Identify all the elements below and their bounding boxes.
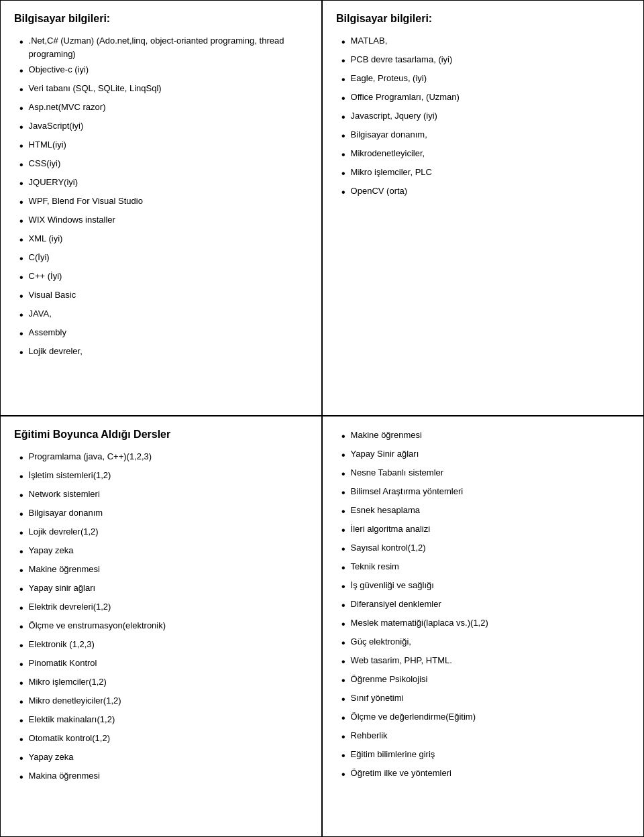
list-item: Meslek matematiği(laplaca vs.)(1,2) bbox=[341, 616, 630, 632]
list-item: Mikrodenetleyiciler, bbox=[341, 147, 630, 163]
list-item: Veri tabanı (SQL, SQLite, LinqSql) bbox=[19, 82, 308, 98]
list-item: Bilimsel Araştırma yöntemleri bbox=[341, 485, 630, 501]
list-item: JavaScript(iyi) bbox=[19, 119, 308, 135]
panel3-list: Programlama (java, C++)(1,2,3)İşletim si… bbox=[14, 450, 308, 785]
list-item: Ölçme ve enstrumasyon(elektronik) bbox=[19, 619, 308, 635]
list-item: JAVA, bbox=[19, 307, 308, 323]
list-item: Eğitim bilimlerine giriş bbox=[341, 748, 630, 764]
list-item: Visual Basic bbox=[19, 288, 308, 304]
list-item: Nesne Tabanlı sistemler bbox=[341, 466, 630, 482]
panel3-title: Eğitimi Boyunca Aldığı Dersler bbox=[14, 429, 308, 441]
list-item: Programlama (java, C++)(1,2,3) bbox=[19, 450, 308, 466]
panel1-list: .Net,C# (Uzman) (Ado.net,linq, object-or… bbox=[14, 34, 308, 361]
list-item: Yapay zeka bbox=[19, 750, 308, 767]
list-item: XML (iyi) bbox=[19, 232, 308, 248]
list-item: HTML(iyi) bbox=[19, 138, 308, 154]
panel-computer-skills-2: Bilgisayar bilgileri: MATLAB,PCB devre t… bbox=[322, 0, 644, 416]
list-item: Öğretim ilke ve yöntemleri bbox=[341, 767, 630, 783]
list-item: Makine öğrenmesi bbox=[19, 563, 308, 579]
list-item: C++ (İyi) bbox=[19, 270, 308, 286]
list-item: Mikro işlemciler, PLC bbox=[341, 166, 630, 182]
list-item: MATLAB, bbox=[341, 34, 630, 50]
list-item: Elektik makinaları(1,2) bbox=[19, 713, 308, 729]
list-item: Yapay sinir ağları bbox=[19, 581, 308, 598]
list-item: Mikro denetleyiciler(1,2) bbox=[19, 694, 308, 710]
list-item: İleri algoritma analizi bbox=[341, 522, 630, 539]
list-item: Otomatik kontrol(1,2) bbox=[19, 732, 308, 748]
list-item: Teknik resim bbox=[341, 560, 630, 576]
panel2-title: Bilgisayar bilgileri: bbox=[336, 13, 630, 25]
list-item: Sayısal kontrol(1,2) bbox=[341, 541, 630, 557]
list-item: Lojik devreler(1,2) bbox=[19, 525, 308, 541]
list-item: OpenCV (orta) bbox=[341, 184, 630, 201]
list-item: C(İyi) bbox=[19, 251, 308, 267]
list-item: Bilgisayar donanım bbox=[19, 506, 308, 522]
list-item: Öğrenme Psikolojisi bbox=[341, 673, 630, 689]
panel1-title: Bilgisayar bilgileri: bbox=[14, 13, 308, 25]
list-item: İşletim sistemleri(1,2) bbox=[19, 469, 308, 485]
list-item: Yapay zeka bbox=[19, 544, 308, 560]
list-item: Lojik devreler, bbox=[19, 345, 308, 361]
list-item: JQUERY(iyi) bbox=[19, 176, 308, 192]
list-item: Assembly bbox=[19, 326, 308, 342]
list-item: WIX Windows installer bbox=[19, 213, 308, 229]
list-item: Bilgisayar donanım, bbox=[341, 128, 630, 144]
panel-computer-skills-1: Bilgisayar bilgileri: .Net,C# (Uzman) (A… bbox=[0, 0, 322, 416]
list-item: PCB devre tasarlama, (iyi) bbox=[341, 53, 630, 69]
list-item: Web tasarim, PHP, HTML. bbox=[341, 654, 630, 670]
list-item: CSS(iyi) bbox=[19, 157, 308, 173]
list-item: Yapay Sinir ağları bbox=[341, 447, 630, 463]
list-item: Güç elektroniği, bbox=[341, 635, 630, 651]
list-item: Sınıf yönetimi bbox=[341, 691, 630, 708]
list-item: WPF, Blend For Visual Studio bbox=[19, 194, 308, 211]
panel4-list: Makine öğrenmesiYapay Sinir ağlarıNesne … bbox=[336, 429, 630, 783]
list-item: Makina öğrenmesi bbox=[19, 769, 308, 785]
list-item: Makine öğrenmesi bbox=[341, 429, 630, 445]
list-item: Eagle, Proteus, (iyi) bbox=[341, 72, 630, 88]
panel-education-courses: Eğitimi Boyunca Aldığı Dersler Programla… bbox=[0, 416, 322, 837]
list-item: Elektrik devreleri(1,2) bbox=[19, 600, 308, 616]
list-item: Network sistemleri bbox=[19, 488, 308, 504]
list-item: Esnek hesaplama bbox=[341, 504, 630, 520]
list-item: Office Programları, (Uzman) bbox=[341, 91, 630, 107]
panel-courses-continued: Makine öğrenmesiYapay Sinir ağlarıNesne … bbox=[322, 416, 644, 837]
list-item: Pinomatik Kontrol bbox=[19, 657, 308, 673]
panel2-list: MATLAB,PCB devre tasarlama, (iyi)Eagle, … bbox=[336, 34, 630, 201]
list-item: İş güvenliği ve sağlığı bbox=[341, 579, 630, 595]
page: Bilgisayar bilgileri: .Net,C# (Uzman) (A… bbox=[0, 0, 644, 837]
list-item: Elektronik (1,2,3) bbox=[19, 638, 308, 654]
list-item: Javascript, Jquery (iyi) bbox=[341, 109, 630, 125]
list-item: .Net,C# (Uzman) (Ado.net,linq, object-or… bbox=[19, 34, 308, 60]
list-item: Rehberlik bbox=[341, 729, 630, 745]
list-item: Objective-c (iyi) bbox=[19, 63, 308, 79]
list-item: Diferansiyel denklemler bbox=[341, 598, 630, 614]
list-item: Asp.net(MVC razor) bbox=[19, 101, 308, 117]
list-item: Ölçme ve değerlendirme(Eğitim) bbox=[341, 710, 630, 726]
list-item: Mikro işlemciler(1,2) bbox=[19, 675, 308, 691]
